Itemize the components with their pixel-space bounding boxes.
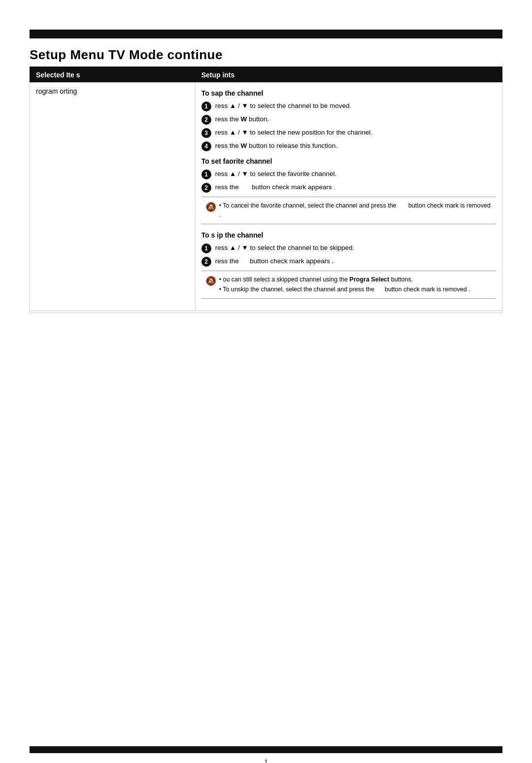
right-column: To sap the channel 1 ress ▲ / ▼ to selec… [195,82,502,311]
page-wrapper: Setup Menu TV Mode continue Selected Ite… [0,30,532,763]
step-item: 2 ress the W button. [201,114,496,125]
step-number-s1: 1 [201,243,211,253]
step-number-f1: 1 [201,170,211,179]
step-number-s2: 2 [201,257,211,267]
skip-title: To s ip the channel [201,231,496,239]
swap-title: To sap the channel [201,89,496,97]
step-number-3: 3 [201,128,211,138]
note-text-skip2: • To unskip the channel, select the chan… [219,285,492,294]
header-col2: Setup ints [195,68,502,82]
note-text-skip1: • ou can still select a skipped channel … [219,275,492,284]
step-text-f2: ress the button check mark appears . [215,182,496,192]
bold-w: W [240,115,247,123]
note-content-skip: • ou can still select a skipped channel … [219,274,492,296]
step-text-4: ress the W button to release this functi… [215,141,496,151]
step-item: 4 ress the W button to release this func… [201,141,496,151]
header-col1: Selected Ite s [30,68,196,82]
step-text-1: ress ▲ / ▼ to select the channel to be m… [215,101,496,111]
top-bar [30,30,502,38]
step-item: 1 ress ▲ / ▼ to select the favorite chan… [201,169,496,179]
favorite-note: 🔕 • To cancel the favorite channel, sele… [201,197,496,224]
note-text-favorite: • To cancel the favorite channel, select… [219,201,492,220]
step-item: 1 ress ▲ / ▼ to select the channel to be… [201,243,496,253]
step-number-1: 1 [201,102,211,111]
step-text-s2: ress the button check mark appears . [215,256,496,266]
note-icon-skip: 🔕 [205,275,216,288]
step-item: 2 ress the button check mark appears . [201,256,496,267]
skip-section: To s ip the channel 1 ress ▲ / ▼ to sele… [201,231,496,299]
step-item: 3 ress ▲ / ▼ to select the new position … [201,128,496,138]
step-text-3: ress ▲ / ▼ to select the new position fo… [215,128,496,138]
favorite-steps: 1 ress ▲ / ▼ to select the favorite chan… [201,169,496,193]
page-number: 1 [0,758,532,763]
bottom-border-row [30,311,502,313]
step-number-f2: 2 [201,183,211,193]
step-text-2: ress the W button. [215,114,496,124]
bold-progra-select: Progra Select [350,276,390,283]
swap-section: To sap the channel 1 ress ▲ / ▼ to selec… [201,89,496,151]
step-item: 2 ress the button check mark appears . [201,182,496,193]
skip-note: 🔕 • ou can still select a skipped channe… [201,271,496,299]
favorite-section: To set faorite channel 1 ress ▲ / ▼ to s… [201,157,496,224]
step-number-2: 2 [201,115,211,125]
page-title-section: Setup Menu TV Mode continue [30,38,502,68]
step-text-s1: ress ▲ / ▼ to select the channel to be s… [215,243,496,253]
note-content-favorite: • To cancel the favorite channel, select… [219,200,492,221]
step-text-f1: ress ▲ / ▼ to select the favorite channe… [215,169,496,179]
skip-steps: 1 ress ▲ / ▼ to select the channel to be… [201,243,496,267]
step-item: 1 ress ▲ / ▼ to select the channel to be… [201,101,496,111]
bottom-bar [30,746,502,753]
table-header-row: Selected Ite s Setup ints [30,68,502,82]
favorite-title: To set faorite channel [201,157,496,165]
page-title: Setup Menu TV Mode continue [30,47,223,62]
table-content-row: rogram orting To sap the channel 1 ress … [30,82,502,311]
swap-steps: 1 ress ▲ / ▼ to select the channel to be… [201,101,496,151]
bold-w2: W [240,142,247,149]
left-col-text: rogram orting [36,87,77,95]
note-icon: 🔕 [205,201,216,214]
step-number-4: 4 [201,141,211,151]
left-column: rogram orting [30,82,196,311]
main-table: Selected Ite s Setup ints rogram orting … [30,68,502,313]
